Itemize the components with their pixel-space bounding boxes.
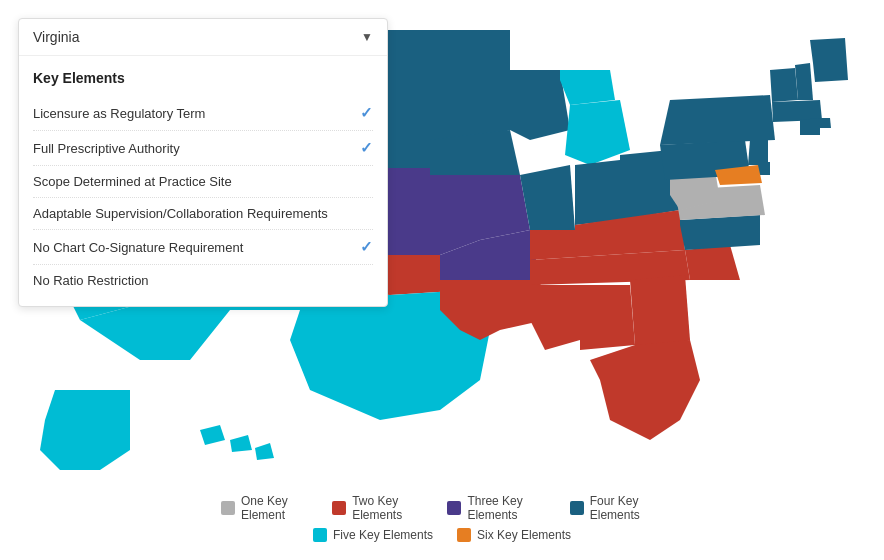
- legend-row-2: Five Key Elements Six Key Elements: [313, 528, 571, 542]
- key-element-check-1: ✓: [360, 139, 373, 157]
- state-ms[interactable]: [530, 285, 580, 350]
- legend-swatch-four: [570, 501, 584, 515]
- state-de[interactable]: [758, 162, 770, 175]
- state-nh[interactable]: [795, 63, 813, 100]
- state-sc[interactable]: [685, 245, 740, 280]
- state-ny[interactable]: [660, 95, 775, 145]
- state-al[interactable]: [580, 285, 635, 350]
- legend-item-six: Six Key Elements: [457, 528, 571, 542]
- legend-swatch-six: [457, 528, 471, 542]
- key-element-row-5: No Ratio Restriction: [33, 265, 373, 296]
- key-element-row-4: No Chart Co-Signature Requirement ✓: [33, 230, 373, 265]
- key-element-label-4: No Chart Co-Signature Requirement: [33, 240, 243, 255]
- state-ct[interactable]: [800, 118, 820, 135]
- state-me[interactable]: [810, 38, 848, 82]
- key-element-row-3: Adaptable Supervision/Collaboration Requ…: [33, 198, 373, 230]
- state-ri[interactable]: [820, 118, 831, 128]
- legend-label-two: Two Key Elements: [352, 494, 423, 522]
- key-element-label-1: Full Prescriptive Authority: [33, 141, 180, 156]
- map-legend: One Key Element Two Key Elements Three K…: [221, 494, 663, 542]
- key-element-label-3: Adaptable Supervision/Collaboration Requ…: [33, 206, 328, 221]
- key-element-label-5: No Ratio Restriction: [33, 273, 149, 288]
- state-ak[interactable]: [40, 390, 130, 470]
- key-element-label-2: Scope Determined at Practice Site: [33, 174, 232, 189]
- legend-item-four: Four Key Elements: [570, 494, 663, 522]
- legend-row-1: One Key Element Two Key Elements Three K…: [221, 494, 663, 522]
- state-nc[interactable]: [680, 215, 760, 250]
- key-element-row-1: Full Prescriptive Authority ✓: [33, 131, 373, 166]
- legend-label-five: Five Key Elements: [333, 528, 433, 542]
- legend-label-three: Three Key Elements: [467, 494, 545, 522]
- key-element-check-4: ✓: [360, 238, 373, 256]
- legend-swatch-one: [221, 501, 235, 515]
- state-hi-2[interactable]: [230, 435, 252, 452]
- legend-swatch-five: [313, 528, 327, 542]
- state-fl[interactable]: [590, 340, 700, 440]
- state-select[interactable]: Virginia ▼: [19, 19, 387, 56]
- state-dropdown-panel: Virginia ▼ Key Elements Licensure as Reg…: [18, 18, 388, 307]
- key-element-row-0: Licensure as Regulatory Term ✓: [33, 96, 373, 131]
- legend-swatch-two: [332, 501, 346, 515]
- state-mn[interactable]: [430, 30, 510, 140]
- state-nj[interactable]: [748, 140, 768, 165]
- dropdown-arrow-icon: ▼: [361, 30, 373, 44]
- key-element-label-0: Licensure as Regulatory Term: [33, 106, 205, 121]
- state-il[interactable]: [520, 165, 575, 230]
- legend-swatch-three: [447, 501, 461, 515]
- state-in[interactable]: [575, 160, 620, 225]
- legend-label-one: One Key Element: [241, 494, 308, 522]
- legend-item-two: Two Key Elements: [332, 494, 423, 522]
- key-elements-title: Key Elements: [33, 70, 373, 86]
- legend-label-six: Six Key Elements: [477, 528, 571, 542]
- key-element-row-2: Scope Determined at Practice Site: [33, 166, 373, 198]
- legend-item-one: One Key Element: [221, 494, 308, 522]
- legend-item-three: Three Key Elements: [447, 494, 545, 522]
- legend-item-five: Five Key Elements: [313, 528, 433, 542]
- state-hi-3[interactable]: [255, 443, 274, 460]
- state-vt[interactable]: [770, 68, 798, 102]
- legend-label-four: Four Key Elements: [590, 494, 663, 522]
- state-hi-1[interactable]: [200, 425, 225, 445]
- state-mi-upper[interactable]: [560, 70, 615, 105]
- selected-state-text: Virginia: [33, 29, 79, 45]
- key-element-check-0: ✓: [360, 104, 373, 122]
- key-elements-section: Key Elements Licensure as Regulatory Ter…: [19, 56, 387, 306]
